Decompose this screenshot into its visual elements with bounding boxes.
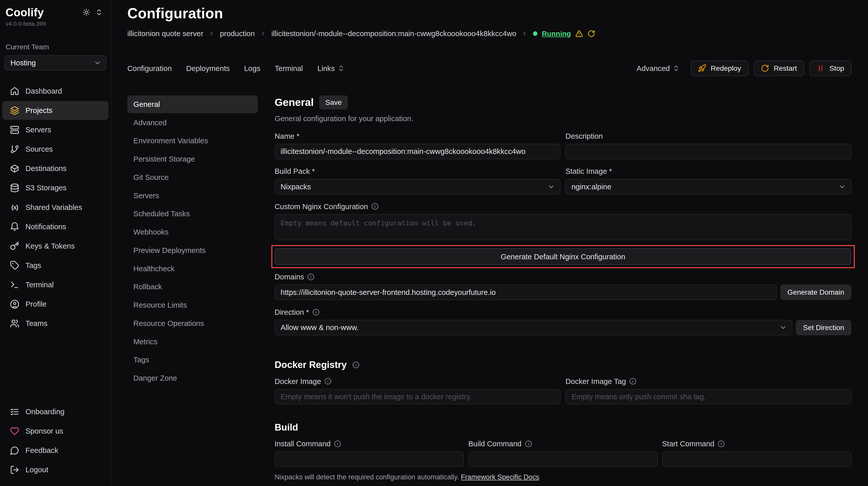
sidebar-item-sources[interactable]: Sources bbox=[2, 140, 109, 159]
tab-terminal[interactable]: Terminal bbox=[275, 64, 303, 73]
sidebar-item-keys-tokens[interactable]: Keys & Tokens bbox=[2, 237, 109, 256]
sidebar-item-label: Feedback bbox=[26, 446, 58, 455]
sidebar-footer: Onboarding Sponsor us Feedback Logout bbox=[0, 402, 111, 479]
subnav-item-advanced[interactable]: Advanced bbox=[127, 114, 258, 132]
breadcrumb-resource[interactable]: illicitestonion/-module--decomposition:m… bbox=[271, 29, 516, 38]
framework-docs-link[interactable]: Framework Specific Docs bbox=[461, 473, 539, 481]
advanced-dropdown[interactable]: Advanced bbox=[637, 64, 680, 73]
sidebar-item-logout[interactable]: Logout bbox=[2, 460, 109, 479]
status-badge[interactable]: Running bbox=[542, 30, 571, 38]
subnav-item-tags[interactable]: Tags bbox=[127, 351, 258, 369]
sidebar-item-sponsor[interactable]: Sponsor us bbox=[2, 422, 109, 441]
restart-button[interactable]: Restart bbox=[754, 61, 804, 76]
subnav-item-persistent-storage[interactable]: Persistent Storage bbox=[127, 150, 258, 168]
subnav-item-danger-zone[interactable]: Danger Zone bbox=[127, 369, 258, 387]
tab-logs[interactable]: Logs bbox=[244, 64, 260, 73]
install-command-input[interactable] bbox=[275, 451, 464, 467]
install-command-label-text: Install Command bbox=[275, 440, 331, 448]
build-pack-select[interactable]: Nixpacks bbox=[275, 179, 560, 194]
sidebar-item-label: Teams bbox=[26, 319, 48, 328]
subnav-item-metrics[interactable]: Metrics bbox=[127, 333, 258, 351]
docker-image-tag-input[interactable] bbox=[565, 389, 851, 404]
breadcrumb-project[interactable]: illicitonion quote server bbox=[127, 29, 203, 38]
sidebar: Coolify v4.0.0-beta.399 Current Team Hos… bbox=[0, 0, 111, 486]
subnav-item-resource-limits[interactable]: Resource Limits bbox=[127, 296, 258, 314]
sidebar-item-label: Shared Variables bbox=[26, 203, 82, 212]
start-command-input[interactable] bbox=[662, 451, 851, 467]
info-icon[interactable] bbox=[312, 309, 319, 316]
sidebar-item-tags[interactable]: Tags bbox=[2, 256, 109, 275]
info-icon[interactable] bbox=[718, 440, 725, 447]
breadcrumb-environment[interactable]: production bbox=[220, 29, 255, 38]
description-input[interactable] bbox=[565, 144, 851, 159]
sidebar-item-teams[interactable]: Teams bbox=[2, 314, 109, 333]
subnav-item-general[interactable]: General bbox=[127, 95, 258, 113]
generate-domain-button[interactable]: Generate Domain bbox=[780, 285, 851, 300]
sidebar-item-profile[interactable]: Profile bbox=[2, 295, 109, 314]
sidebar-item-feedback[interactable]: Feedback bbox=[2, 441, 109, 460]
subnav-item-webhooks[interactable]: Webhooks bbox=[127, 223, 258, 241]
subnav-item-resource-operations[interactable]: Resource Operations bbox=[127, 315, 258, 332]
tab-configuration[interactable]: Configuration bbox=[127, 64, 172, 73]
redeploy-button[interactable]: Redeploy bbox=[691, 61, 748, 76]
subnav-item-healthcheck[interactable]: Healthcheck bbox=[127, 260, 258, 278]
package-icon bbox=[10, 164, 19, 173]
chevrons-up-down-icon bbox=[338, 65, 345, 72]
nginx-config-textarea[interactable] bbox=[275, 214, 851, 240]
build-command-input[interactable] bbox=[468, 451, 658, 467]
name-input[interactable] bbox=[275, 144, 560, 159]
install-command-label: Install Command bbox=[275, 440, 464, 448]
subnav-item-scheduled-tasks[interactable]: Scheduled Tasks bbox=[127, 205, 258, 223]
info-icon[interactable] bbox=[307, 273, 314, 281]
stop-button[interactable]: Stop bbox=[809, 61, 851, 76]
subnav-item-environment-variables[interactable]: Environment Variables bbox=[127, 132, 258, 150]
sidebar-item-destinations[interactable]: Destinations bbox=[2, 159, 109, 178]
warning-triangle-icon[interactable] bbox=[575, 30, 583, 37]
docker-image-input[interactable] bbox=[275, 389, 560, 404]
info-icon[interactable] bbox=[334, 440, 341, 447]
main-content: Configuration illicitonion quote server … bbox=[111, 0, 868, 486]
tab-deployments[interactable]: Deployments bbox=[186, 64, 229, 73]
sun-icon[interactable] bbox=[83, 8, 90, 16]
sidebar-item-label: S3 Storages bbox=[26, 184, 67, 192]
tab-links[interactable]: Links bbox=[317, 64, 345, 73]
sidebar-item-s3-storages[interactable]: S3 Storages bbox=[2, 179, 109, 197]
brand-row: Coolify bbox=[0, 7, 111, 19]
sidebar-item-terminal[interactable]: Terminal bbox=[2, 275, 109, 294]
build-command-label: Build Command bbox=[468, 440, 658, 448]
tag-icon bbox=[10, 261, 19, 270]
general-section-title: General bbox=[275, 96, 314, 108]
sidebar-item-servers[interactable]: Servers bbox=[2, 120, 109, 139]
info-icon[interactable] bbox=[352, 361, 360, 368]
info-icon[interactable] bbox=[324, 378, 332, 385]
sidebar-item-dashboard[interactable]: Dashboard bbox=[2, 82, 109, 100]
info-icon[interactable] bbox=[371, 203, 378, 210]
terminal-icon bbox=[10, 280, 19, 290]
generate-nginx-config-button[interactable]: Generate Default Nginx Configuration bbox=[275, 248, 851, 265]
subnav-item-rollback[interactable]: Rollback bbox=[127, 278, 258, 296]
subnav-item-git-source[interactable]: Git Source bbox=[127, 168, 258, 186]
team-select[interactable]: Hosting bbox=[4, 55, 106, 71]
domains-field-group: Domains bbox=[275, 272, 777, 300]
set-direction-button[interactable]: Set Direction bbox=[796, 320, 851, 335]
docker-image-tag-label: Docker Image Tag bbox=[565, 377, 851, 386]
docker-registry-section-header: Docker Registry bbox=[275, 360, 851, 370]
direction-value: Allow www & non-www. bbox=[280, 323, 359, 332]
sidebar-item-shared-variables[interactable]: (x) Shared Variables bbox=[2, 198, 109, 217]
direction-select[interactable]: Allow www & non-www. bbox=[275, 320, 793, 335]
info-icon[interactable] bbox=[525, 440, 532, 447]
refresh-icon[interactable] bbox=[588, 30, 595, 37]
domains-input[interactable] bbox=[275, 285, 777, 300]
save-button[interactable]: Save bbox=[319, 95, 348, 109]
sidebar-item-notifications[interactable]: Notifications bbox=[2, 217, 109, 236]
chevron-right-icon bbox=[260, 30, 266, 37]
install-command-field-group: Install Command bbox=[275, 440, 464, 467]
static-image-select[interactable]: nginx:alpine bbox=[565, 179, 851, 194]
chevrons-up-down-icon[interactable] bbox=[95, 8, 103, 16]
sidebar-item-onboarding[interactable]: Onboarding bbox=[2, 402, 109, 421]
info-icon[interactable] bbox=[629, 378, 637, 385]
sidebar-item-projects[interactable]: Projects bbox=[2, 101, 109, 120]
sidebar-item-label: Projects bbox=[26, 106, 53, 115]
subnav-item-preview-deployments[interactable]: Preview Deployments bbox=[127, 241, 258, 259]
subnav-item-servers[interactable]: Servers bbox=[127, 187, 258, 204]
